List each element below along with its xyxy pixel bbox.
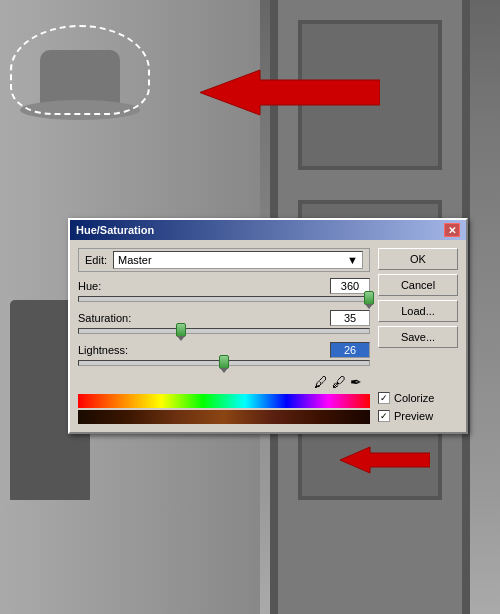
close-button[interactable]: ✕ — [444, 223, 460, 237]
color-spectrum-bar — [78, 394, 370, 408]
preview-checkbox[interactable]: ✓ — [378, 410, 390, 422]
saturation-label-row: Saturation: 35 — [78, 310, 370, 326]
edit-label: Edit: — [85, 254, 107, 266]
preview-row: ✓ Preview — [378, 410, 458, 422]
main-red-arrow — [180, 65, 380, 123]
hue-slider-track[interactable] — [78, 296, 370, 302]
hue-label-row: Hue: 360 — [78, 278, 370, 294]
svg-marker-1 — [340, 447, 430, 473]
load-button[interactable]: Load... — [378, 300, 458, 322]
hue-slider-thumb[interactable] — [364, 291, 374, 305]
chevron-down-icon: ▼ — [347, 254, 358, 266]
dialog-titlebar: Hue/Saturation ✕ — [70, 220, 466, 240]
save-button[interactable]: Save... — [378, 326, 458, 348]
dialog-left-panel: Edit: Master ▼ Hue: 360 Saturati — [78, 248, 370, 424]
saturation-slider-thumb[interactable] — [176, 323, 186, 337]
eyedropper-add-icon[interactable]: 🖋 — [332, 374, 346, 390]
ok-button[interactable]: OK — [378, 248, 458, 270]
colorize-red-arrow — [340, 445, 430, 478]
colorize-row: ✓ Colorize — [378, 392, 458, 404]
eyedropper-icon-1[interactable]: 🖊 — [314, 374, 328, 390]
lightness-value-input[interactable]: 26 — [330, 342, 370, 358]
edit-dropdown-value: Master — [118, 254, 152, 266]
dialog-title: Hue/Saturation — [76, 224, 154, 236]
lightness-label: Lightness: — [78, 344, 128, 356]
saturation-value-input[interactable]: 35 — [330, 310, 370, 326]
svg-marker-0 — [200, 70, 380, 115]
edit-row: Edit: Master ▼ — [78, 248, 370, 272]
colorize-label: Colorize — [394, 392, 434, 404]
eyedropper-subtract-icon[interactable]: ✒ — [350, 374, 362, 390]
hue-slider-row: Hue: 360 — [78, 278, 370, 302]
lightness-slider-track[interactable] — [78, 360, 370, 366]
hue-label: Hue: — [78, 280, 101, 292]
color-result-bar — [78, 410, 370, 424]
hat-area — [20, 30, 150, 130]
saturation-slider-track[interactable] — [78, 328, 370, 334]
saturation-slider-row: Saturation: 35 — [78, 310, 370, 334]
colorize-checkbox[interactable]: ✓ — [378, 392, 390, 404]
dialog-content: Edit: Master ▼ Hue: 360 Saturati — [70, 240, 466, 432]
dialog-right-panel: OK Cancel Load... Save... ✓ Colorize ✓ P… — [378, 248, 458, 424]
preview-label: Preview — [394, 410, 433, 422]
hue-saturation-dialog: Hue/Saturation ✕ Edit: Master ▼ Hue: 360 — [68, 218, 468, 434]
cancel-button[interactable]: Cancel — [378, 274, 458, 296]
eyedropper-tools: 🖊 🖋 ✒ — [78, 374, 370, 390]
edit-dropdown[interactable]: Master ▼ — [113, 251, 363, 269]
saturation-label: Saturation: — [78, 312, 131, 324]
lightness-slider-thumb[interactable] — [219, 355, 229, 369]
lightness-slider-row: Lightness: 26 — [78, 342, 370, 366]
hat-selection-outline — [10, 25, 150, 115]
